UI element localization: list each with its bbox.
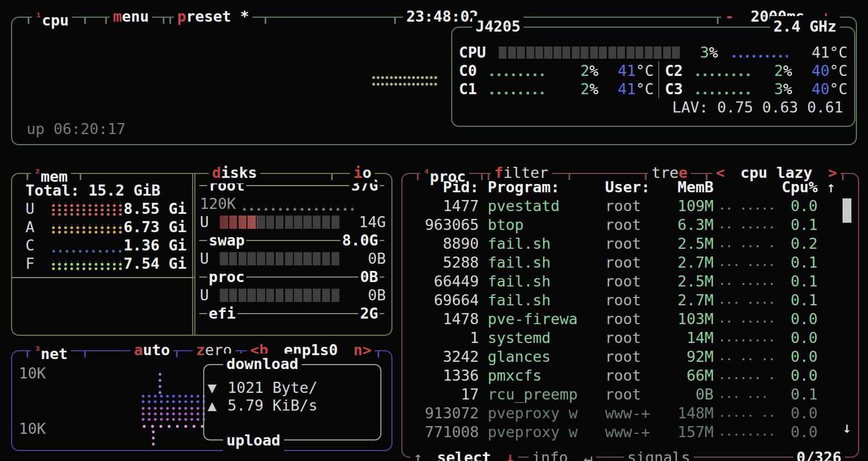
mem-available-row: A 6.73 Gi (25, 218, 187, 236)
cpu-total-row: CPU 3% 41°C (459, 43, 848, 62)
net-upload-graph (140, 404, 205, 422)
core-temp: 41°C (598, 80, 654, 98)
mem-cached-row: C 1.36 Gi (25, 236, 187, 254)
core-graph (694, 71, 752, 78)
cpu-total-meter (499, 47, 681, 59)
net-scale-top: 10K (19, 365, 46, 382)
net-panel: ³net auto zero <b enp1s0 n> 10K 10K down… (11, 350, 392, 451)
mem-used-graph (50, 202, 123, 216)
cpu-history-graph (371, 73, 437, 88)
core-row: C2 2% 40°C (665, 62, 848, 80)
disk-root-io-row: 120K (198, 194, 386, 213)
table-row[interactable]: 66449fail.shroot2.5M.. ......0.1 (410, 272, 834, 290)
table-row[interactable]: 963065btoproot6.3M.. ......0.1 (410, 215, 834, 234)
net-upload-rate: ▲ 5.79 KiB/s (208, 396, 376, 414)
table-row[interactable]: 8890fail.shroot2.5M.. ... ..0.2 (410, 234, 834, 253)
scroll-down-icon[interactable]: ↓ (843, 419, 851, 436)
core-row: C3 3% 40°C (665, 80, 848, 98)
proc-select-control[interactable]: ↑ select ↓ (410, 447, 518, 461)
net-upload-title: upload (223, 430, 284, 451)
net-download-graph (140, 392, 205, 404)
disk-section-swap: swap8.0G (198, 231, 386, 249)
border-notch (265, 17, 266, 24)
border-notch (169, 17, 171, 24)
core-temp: 40°C (792, 80, 848, 98)
disks-panel: disks io root37G 120K U 14G swap8.0G U 0… (192, 173, 392, 336)
core-row: C0 2% 41°C (459, 62, 654, 80)
border-notch (331, 173, 333, 180)
disk-swap-used-row: U 0B (198, 249, 386, 268)
cpu-total-percent: 3 (700, 44, 709, 61)
table-row[interactable]: 913072pveproxy wwww-+148M..... ...0.0 (410, 403, 834, 422)
disk-swap-used-bar (220, 252, 340, 265)
tab-disks[interactable]: disks (209, 162, 260, 183)
download-arrow-icon: ▼ (208, 379, 228, 396)
cpu-total-temp: 41°C (797, 44, 848, 61)
cpu-panel: ¹cpu menu preset * 23:48:02 - 2000ms + u… (11, 17, 857, 145)
column-pid[interactable]: Pid: (410, 178, 479, 196)
net-scale-bottom: 10K (19, 420, 46, 437)
upload-arrow-icon: ▲ (208, 397, 228, 414)
menu-button[interactable]: menu (110, 6, 152, 27)
core-graph (488, 71, 546, 78)
table-row[interactable]: 69664fail.shroot2.7M... ....0.1 (410, 290, 834, 309)
uptime-label: up 06:20:17 (27, 120, 126, 137)
proc-panel: ⁴proc filter tree < cpu lazy > Pid: Prog… (401, 173, 859, 458)
scroll-up-icon[interactable]: ↑ (826, 178, 835, 196)
border-notch (105, 17, 107, 24)
proc-table-header: Pid: Program: User: MemB Cpu% ↑ (410, 177, 847, 196)
disk-io-graph (240, 206, 358, 211)
preset-button[interactable]: preset * (174, 6, 252, 27)
table-row[interactable]: 1systemdroot14M.........0.0 (410, 328, 834, 347)
net-download-title: download (223, 354, 302, 375)
border-notch (27, 350, 28, 357)
table-row[interactable]: 3242glancesroot92M.. .. ..0.0 (410, 347, 834, 366)
mem-free-graph (50, 261, 123, 271)
clock: 23:48:02 (403, 6, 482, 27)
tab-io[interactable]: io (350, 162, 375, 183)
btop-terminal: ¹cpu menu preset * 23:48:02 - 2000ms + u… (0, 0, 868, 461)
tab-cpu[interactable]: ¹cpu (32, 6, 72, 27)
net-auto-button[interactable]: auto (131, 340, 173, 361)
load-average: LAV: 0.75 0.63 0.61 (459, 98, 848, 116)
border-notch (176, 350, 178, 357)
tab-net[interactable]: ³net (31, 340, 71, 361)
border-notch (27, 173, 28, 180)
interval-decrease-button[interactable]: - (725, 8, 733, 25)
net-download-rate: ▼ 1021 Byte/ (208, 378, 376, 396)
table-row[interactable]: 5288fail.shroot2.7M... ....0.1 (410, 253, 834, 272)
core-graph (694, 89, 752, 96)
scrollbar-thumb[interactable] (843, 198, 851, 223)
proc-signals-button[interactable]: signals (624, 447, 694, 461)
proc-info-button[interactable]: info ↵ (529, 447, 596, 461)
border-notch (717, 17, 719, 24)
net-next-button[interactable]: n> (353, 341, 371, 358)
border-notch (84, 350, 86, 357)
cpu-hotkey: ¹ (35, 11, 42, 23)
select-down-icon: ↓ (505, 449, 514, 461)
net-upload-graph-light (140, 422, 205, 429)
table-row[interactable]: 1336pmxcfsroot66M...... .0.0 (410, 366, 834, 385)
enter-icon: ↵ (583, 449, 592, 461)
proc-count: 0/326 (793, 447, 845, 461)
tab-mem[interactable]: ²mem (31, 162, 71, 183)
core-graph (488, 89, 546, 96)
cpu-model: J4205 (472, 16, 524, 37)
mem-free-row: F 7.54 Gi (25, 254, 187, 273)
core-temp: 40°C (792, 62, 848, 79)
table-row[interactable]: 1478pve-firewaroot103M.. .....0.0 (410, 309, 834, 328)
cpu-detail-panel: J4205 2.4 GHz CPU 3% 41°C C0 (451, 27, 855, 127)
column-user[interactable]: User: (596, 178, 667, 196)
column-cpu[interactable]: Cpu% (777, 178, 818, 196)
disk-root-used-bar (220, 216, 340, 229)
border-notch (378, 350, 379, 357)
table-row[interactable]: 1477pvestatdroot109M.. .....0.0 (410, 196, 834, 215)
disk-proc-used-row: U 0B (198, 286, 386, 304)
mem-panel: ²mem Total: 15.2 GiB U 8.55 Gi A 6.73 Gi… (11, 173, 195, 336)
net-upload-spike (151, 428, 155, 448)
table-row[interactable]: 17rcu_preemproot0B... ... .0.1 (410, 385, 834, 403)
column-program[interactable]: Program: (488, 178, 596, 196)
column-memb[interactable]: MemB (667, 178, 714, 196)
table-row[interactable]: 771008pveproxy wwww-+157M.........0.0 (410, 422, 834, 441)
net-speed-panel: download upload ▼ 1021 Byte/ ▲ 5.79 KiB/… (203, 364, 381, 440)
